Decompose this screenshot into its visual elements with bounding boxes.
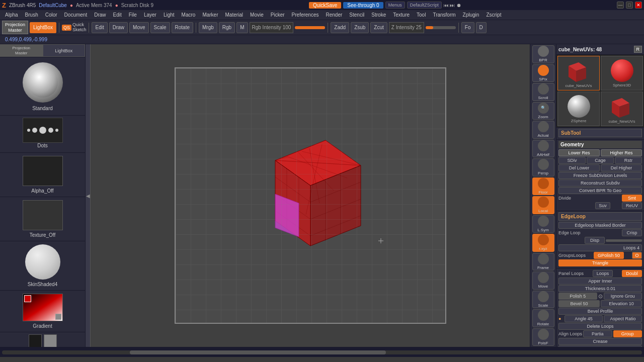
rotate-side-btn[interactable]: Rotate [532,309,554,327]
menu-transform[interactable]: Transform [430,11,458,19]
frame-btn[interactable]: Frame [532,253,554,271]
zadd-btn[interactable]: Zadd [331,22,349,33]
geometry-header[interactable]: Geometry [558,141,642,148]
g-orange-btn[interactable]: O [632,252,642,259]
d-btn[interactable]: D [476,22,487,33]
rgb-btn[interactable]: Rgb [219,22,235,33]
bottom-scrollbar[interactable] [2,350,642,354]
win-minimize-btn[interactable]: — [617,2,624,9]
apper-inner-btn[interactable]: Apper Inner [558,278,642,285]
aspect-ratio-btn[interactable]: Aspect Ratio [604,315,642,322]
swatch-light[interactable] [44,334,57,347]
menu-draw[interactable]: Draw [91,11,109,19]
bevel-btn[interactable]: Bevel 50 [558,300,600,307]
loops4-btn[interactable]: Loops 4 [558,244,642,251]
quick-save-btn[interactable]: QuickSave [309,2,341,9]
ignore-groups-btn[interactable]: Ignore Grou [604,293,642,300]
move-side-btn[interactable]: Move [532,272,554,290]
color-gradient-preview[interactable] [23,294,63,321]
double-btn[interactable]: Doubl [622,270,642,277]
menu-preferences[interactable]: Preferences [289,11,322,19]
lightbox-side-btn[interactable]: LightBox [43,44,86,57]
rgb-intensity-slider[interactable] [295,26,325,29]
edgeloop-header[interactable]: EdgeLoop [558,212,642,221]
menu-movie[interactable]: Movie [247,11,267,19]
texture-preview[interactable] [23,200,63,230]
cage-btn[interactable]: Cage [587,157,614,164]
alpha-preview[interactable] [23,156,63,186]
win-close-btn[interactable]: ✕ [635,2,642,9]
menu-render[interactable]: Render [323,11,346,19]
delete-loops-btn[interactable]: Delete Loops [558,323,642,330]
rotate-btn[interactable]: Rotate [172,22,193,33]
scale-btn[interactable]: Scale [150,22,170,33]
mrgb-btn[interactable]: Mrgb [199,22,217,33]
edge-loop-slider[interactable] [606,239,642,242]
shadowbox-btn[interactable]: ShadowBox [558,345,642,347]
win-restore-btn[interactable]: □ [626,2,633,9]
draw-btn[interactable]: Draw [109,22,128,33]
groups-btn[interactable]: Group [613,330,642,337]
menu-texture[interactable]: Texture [390,11,413,19]
swatch-dark[interactable] [29,334,42,347]
sdiv-btn[interactable]: SDiv [558,157,586,164]
material-preview[interactable] [25,244,60,280]
partial-btn[interactable]: Partia [583,330,612,337]
menu-picker[interactable]: Picker [268,11,288,19]
del-lower-btn[interactable]: Del Lower [558,164,600,171]
gpolish-btn[interactable]: GPolish 50 [594,252,624,259]
canvas-background[interactable] [176,68,445,323]
del-higher-btn[interactable]: Del Higher [601,164,642,171]
fo-btn[interactable]: Fo [461,22,474,33]
angle-btn[interactable]: Angle 45 [565,315,603,322]
crease-btn[interactable]: Crease [558,338,642,345]
menu-document[interactable]: Document [61,11,91,19]
z-intensity-slider[interactable] [426,26,456,29]
disp-btn[interactable]: Disp [585,237,605,244]
scroll-btn[interactable]: Scroll [532,83,554,101]
tool-thumb-1[interactable]: Sphere3D [601,56,643,90]
edgeloop-masked-btn[interactable]: Edgeloop Masked Border [558,222,642,229]
local-btn[interactable]: Local [532,196,554,214]
menu-tool[interactable]: Tool [414,11,429,19]
zoom-btn[interactable]: 🔍 Zoom [532,102,554,120]
persp-btn[interactable]: Persp [532,158,554,176]
bpr-btn[interactable]: BPR [532,45,554,63]
retuv-btn[interactable]: ReUV [622,202,642,209]
menus-btn[interactable]: Menus [385,2,405,9]
menu-file[interactable]: File [126,11,140,19]
higher-res-btn[interactable]: Higher Res [601,149,642,156]
move-btn[interactable]: Move [129,22,148,33]
thickness-btn[interactable]: Thickness 0.01 [558,285,642,292]
menu-marker[interactable]: Marker [199,11,221,19]
crisp-btn[interactable]: Crisp [622,229,642,236]
menu-alpha[interactable]: Alpha [2,11,21,19]
smt-btn[interactable]: Smt [622,195,642,202]
menu-brush[interactable]: Brush [22,11,41,19]
projection-master-btn[interactable]: Projection Master [2,21,28,35]
suv-btn[interactable]: Suv [595,202,610,209]
tool-thumb-2[interactable]: ZSphere [557,92,600,126]
polish-btn[interactable]: Polish 5 [558,293,597,300]
menu-material[interactable]: Material [222,11,247,19]
menu-zplugin[interactable]: Zplugin [460,11,482,19]
scale-side-btn[interactable]: Scale [532,291,554,309]
zcut-btn[interactable]: Zcut [370,22,387,33]
menu-edit[interactable]: Edit [110,11,125,19]
lower-res-btn[interactable]: Lower Res [558,149,600,156]
menu-zscript[interactable]: Zscript [483,11,504,19]
proj-master-btn[interactable]: ProjectionMaster [0,44,43,57]
subtool-header[interactable]: SubTool [558,129,642,137]
tool-thumb-3[interactable]: cube_NewUVs [601,92,643,126]
triangle-btn[interactable]: Triangle [558,259,642,266]
elevation-btn[interactable]: Elevation 10 [601,300,642,307]
edit-btn[interactable]: Edit [92,22,107,33]
lightbox-btn[interactable]: LightBox [30,22,56,33]
floor-btn[interactable]: Floor [532,177,554,196]
aahalf-btn[interactable]: AAHalf [532,140,554,158]
bevel-profile-btn[interactable]: Bevel Profile [558,308,642,315]
default-zscript-btn[interactable]: DefaultZScript [407,2,442,9]
see-through-btn[interactable]: See-through 0 [343,2,383,9]
menu-color[interactable]: Color [42,11,60,19]
spix-btn[interactable]: SPix [532,64,554,82]
